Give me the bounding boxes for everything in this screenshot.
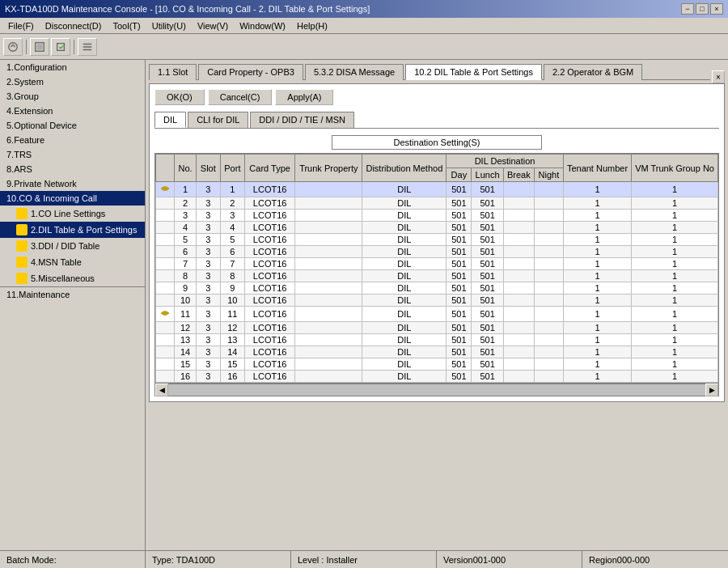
row-break[interactable] xyxy=(503,270,534,282)
row-dist-method[interactable]: DIL xyxy=(362,322,447,334)
row-day[interactable]: 501 xyxy=(447,246,472,258)
row-dist-method[interactable]: DIL xyxy=(362,270,447,282)
table-row[interactable]: 636LCOT16DIL50150111 xyxy=(156,246,718,258)
row-break[interactable] xyxy=(503,246,534,258)
row-night[interactable] xyxy=(534,182,563,197)
table-row[interactable]: 535LCOT16DIL50150111 xyxy=(156,234,718,246)
tab-dil-table[interactable]: 10.2 DIL Table & Port Settings xyxy=(405,64,542,80)
menu-help[interactable]: Help(H) xyxy=(292,20,332,32)
row-tenant[interactable]: 1 xyxy=(563,197,631,210)
row-lunch[interactable]: 501 xyxy=(472,346,503,358)
row-dist-method[interactable]: DIL xyxy=(362,346,447,358)
row-day[interactable]: 501 xyxy=(447,282,472,295)
row-tenant[interactable]: 1 xyxy=(563,258,631,270)
row-vm[interactable]: 1 xyxy=(632,197,718,210)
sidebar-item-group[interactable]: 3.Group xyxy=(0,89,145,104)
tab-card-property[interactable]: Card Property - OPB3 xyxy=(198,64,303,80)
row-dist-method[interactable]: DIL xyxy=(362,222,447,234)
table-row[interactable]: 939LCOT16DIL50150111 xyxy=(156,282,718,295)
row-dist-method[interactable]: DIL xyxy=(362,295,447,307)
row-lunch[interactable]: 501 xyxy=(472,246,503,258)
row-night[interactable] xyxy=(534,222,563,234)
row-break[interactable] xyxy=(503,322,534,334)
row-break[interactable] xyxy=(503,371,534,383)
table-row[interactable]: 12312LCOT16DIL50150111 xyxy=(156,322,718,334)
row-vm[interactable]: 1 xyxy=(632,346,718,358)
sidebar-item-co-incoming[interactable]: 10.CO & Incoming Call xyxy=(0,191,145,206)
row-dist-method[interactable]: DIL xyxy=(362,258,447,270)
table-row[interactable]: 10310LCOT16DIL50150111 xyxy=(156,295,718,307)
row-vm[interactable]: 1 xyxy=(632,210,718,222)
row-lunch[interactable]: 501 xyxy=(472,282,503,295)
row-dist-method[interactable]: DIL xyxy=(362,334,447,346)
sidebar-item-msn-table[interactable]: 4.MSN Table xyxy=(0,254,145,270)
toolbar-btn-2[interactable] xyxy=(30,38,49,56)
row-vm[interactable]: 1 xyxy=(632,282,718,295)
row-tenant[interactable]: 1 xyxy=(563,270,631,282)
sidebar-item-ddi-did[interactable]: 3.DDI / DID Table xyxy=(0,238,145,254)
row-day[interactable]: 501 xyxy=(447,334,472,346)
row-night[interactable] xyxy=(534,346,563,358)
row-dist-method[interactable]: DIL xyxy=(362,182,447,197)
menu-disconnect[interactable]: Disconnect(D) xyxy=(40,20,107,32)
row-tenant[interactable]: 1 xyxy=(563,371,631,383)
row-tenant[interactable]: 1 xyxy=(563,334,631,346)
menu-window[interactable]: Window(W) xyxy=(235,20,290,32)
row-vm[interactable]: 1 xyxy=(632,182,718,197)
row-day[interactable]: 501 xyxy=(447,234,472,246)
row-vm[interactable]: 1 xyxy=(632,246,718,258)
row-break[interactable] xyxy=(503,210,534,222)
row-night[interactable] xyxy=(534,234,563,246)
row-tenant[interactable]: 1 xyxy=(563,282,631,295)
row-day[interactable]: 501 xyxy=(447,182,472,197)
table-row[interactable]: 838LCOT16DIL50150111 xyxy=(156,270,718,282)
row-break[interactable] xyxy=(503,295,534,307)
row-vm[interactable]: 1 xyxy=(632,307,718,322)
row-day[interactable]: 501 xyxy=(447,358,472,371)
row-lunch[interactable]: 501 xyxy=(472,182,503,197)
table-row[interactable]: 131LCOT16DIL50150111 xyxy=(156,182,718,197)
table-row[interactable]: 232LCOT16DIL50150111 xyxy=(156,197,718,210)
row-lunch[interactable]: 501 xyxy=(472,197,503,210)
table-row[interactable]: 13313LCOT16DIL50150111 xyxy=(156,334,718,346)
row-break[interactable] xyxy=(503,182,534,197)
table-row[interactable]: 16316LCOT16DIL50150111 xyxy=(156,371,718,383)
table-row[interactable]: 434LCOT16DIL50150111 xyxy=(156,222,718,234)
menu-view[interactable]: View(V) xyxy=(193,20,233,32)
row-night[interactable] xyxy=(534,282,563,295)
row-break[interactable] xyxy=(503,346,534,358)
row-break[interactable] xyxy=(503,197,534,210)
sidebar-item-private-network[interactable]: 9.Private Network xyxy=(0,176,145,191)
scroll-left-arrow[interactable]: ◀ xyxy=(155,384,168,396)
row-lunch[interactable]: 501 xyxy=(472,295,503,307)
row-lunch[interactable]: 501 xyxy=(472,334,503,346)
row-night[interactable] xyxy=(534,295,563,307)
row-day[interactable]: 501 xyxy=(447,322,472,334)
row-tenant[interactable]: 1 xyxy=(563,346,631,358)
row-vm[interactable]: 1 xyxy=(632,222,718,234)
row-vm[interactable]: 1 xyxy=(632,322,718,334)
row-lunch[interactable]: 501 xyxy=(472,258,503,270)
row-lunch[interactable]: 501 xyxy=(472,358,503,371)
tab-cli-for-dil[interactable]: CLI for DIL xyxy=(188,112,248,128)
row-tenant[interactable]: 1 xyxy=(563,234,631,246)
row-night[interactable] xyxy=(534,322,563,334)
row-lunch[interactable]: 501 xyxy=(472,371,503,383)
row-dist-method[interactable]: DIL xyxy=(362,197,447,210)
row-night[interactable] xyxy=(534,258,563,270)
sidebar-item-feature[interactable]: 6.Feature xyxy=(0,133,145,147)
row-dist-method[interactable]: DIL xyxy=(362,307,447,322)
row-night[interactable] xyxy=(534,246,563,258)
row-lunch[interactable]: 501 xyxy=(472,210,503,222)
row-break[interactable] xyxy=(503,222,534,234)
row-vm[interactable]: 1 xyxy=(632,258,718,270)
cancel-button[interactable]: Cancel(C) xyxy=(208,89,273,105)
toolbar-btn-3[interactable] xyxy=(51,38,70,56)
row-night[interactable] xyxy=(534,334,563,346)
row-night[interactable] xyxy=(534,270,563,282)
row-dist-method[interactable]: DIL xyxy=(362,210,447,222)
sidebar-item-extension[interactable]: 4.Extension xyxy=(0,104,145,118)
row-vm[interactable]: 1 xyxy=(632,334,718,346)
data-table-container[interactable]: No. Slot Port Card Type Trunk Property D… xyxy=(154,153,719,384)
sidebar-item-trs[interactable]: 7.TRS xyxy=(0,147,145,162)
